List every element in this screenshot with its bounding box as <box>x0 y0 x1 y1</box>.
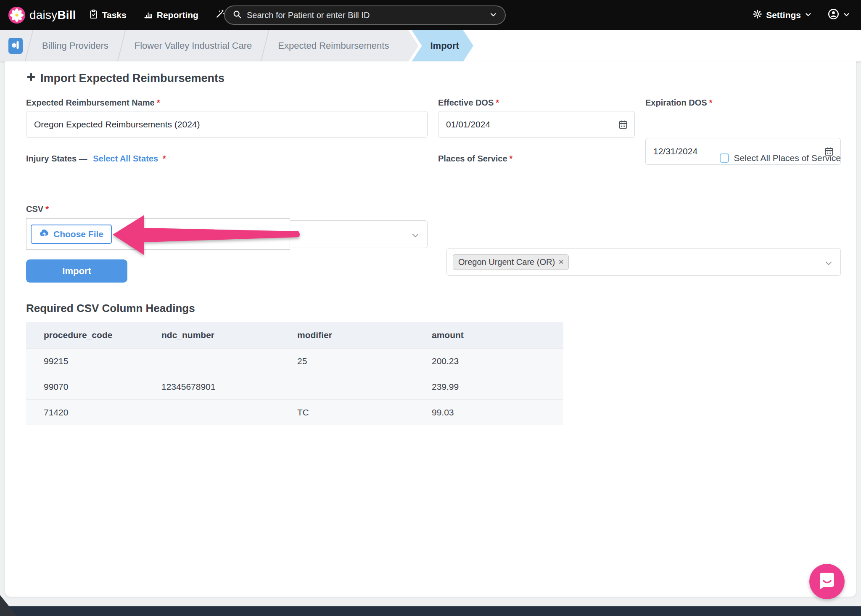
remove-tag-icon[interactable]: × <box>559 257 563 267</box>
chat-launcher-button[interactable] <box>809 564 845 599</box>
breadcrumb: ✱ Billing Providers Flower Valley Indust… <box>0 30 861 61</box>
chevron-down-icon <box>824 259 833 269</box>
bottom-bar <box>0 606 861 616</box>
nav-reporting[interactable]: Reporting <box>143 9 198 21</box>
import-form-card: Import Expected Reimbursements Expected … <box>5 61 856 597</box>
choose-file-button[interactable]: Choose File <box>31 225 112 244</box>
col-amount: amount <box>414 322 563 348</box>
places-of-service-label: Places of Service* <box>438 154 512 164</box>
search-icon <box>232 10 242 21</box>
breadcrumb-flower-valley[interactable]: Flower Valley Industrial Care <box>122 40 265 51</box>
breadcrumb-import-active: Import <box>412 30 473 61</box>
select-all-places-checkbox[interactable] <box>720 153 729 163</box>
reimbursement-name-input[interactable] <box>26 111 428 138</box>
nav-right: Settings <box>753 0 850 30</box>
csv-example-table: procedure_code ndc_number modifier amoun… <box>26 322 563 425</box>
injury-states-label: Injury States — Select All States * <box>26 154 166 164</box>
name-label: Expected Reimbursement Name* <box>26 98 160 108</box>
magic-wand-icon <box>215 9 225 21</box>
table-row: 99215 25 200.23 <box>26 348 563 374</box>
table-row: 71420 TC 99.03 <box>26 399 563 425</box>
nav-tasks[interactable]: Tasks <box>89 9 127 21</box>
nav-account[interactable] <box>828 8 850 22</box>
search-input[interactable] <box>247 11 489 20</box>
page-title: Import Expected Reimbursements <box>26 72 224 85</box>
select-all-states-link[interactable]: Select All States <box>93 154 158 163</box>
plus-icon <box>26 72 36 85</box>
places-of-service-select[interactable]: Oregon Urgent Care (OR) × <box>446 248 841 276</box>
nav-settings[interactable]: Settings <box>753 9 812 21</box>
user-circle-icon <box>828 8 839 22</box>
table-row: 99070 12345678901 239.99 <box>26 374 563 399</box>
col-ndc-number: ndc_number <box>144 322 280 348</box>
calendar-icon[interactable] <box>618 119 628 131</box>
select-all-places-row: Select All Places of Service <box>720 153 841 163</box>
home-asterisk-icon: ✱ <box>11 40 20 52</box>
chevron-down-icon <box>805 10 812 20</box>
col-modifier: modifier <box>280 322 414 348</box>
brand-name: daisyBill <box>29 8 76 22</box>
effective-dos-input[interactable] <box>438 111 635 138</box>
chevron-down-icon[interactable] <box>489 11 497 20</box>
select-all-places-label: Select All Places of Service <box>734 153 841 163</box>
bar-chart-icon <box>143 9 153 21</box>
cloud-upload-icon <box>39 228 49 241</box>
chat-bubble-icon <box>818 571 836 592</box>
breadcrumb-billing-providers[interactable]: Billing Providers <box>29 40 121 51</box>
csv-dropzone[interactable]: Choose File <box>26 218 290 250</box>
breadcrumb-expected-reimbursements[interactable]: Expected Reimbursements <box>265 40 401 51</box>
chevron-down-icon <box>411 231 420 241</box>
csv-label: CSV* <box>26 204 49 214</box>
chevron-down-icon <box>843 10 850 20</box>
global-search[interactable] <box>224 5 506 25</box>
daisy-flower-icon <box>8 7 25 24</box>
col-procedure-code: procedure_code <box>26 322 144 348</box>
effective-dos-label: Effective DOS* <box>438 98 499 108</box>
csv-headings-title: Required CSV Column Headings <box>26 302 195 315</box>
table-header-row: procedure_code ndc_number modifier amoun… <box>26 322 563 348</box>
daisybill-logo[interactable]: daisyBill <box>8 7 76 24</box>
nav-reporting-label: Reporting <box>157 10 198 20</box>
nav-settings-label: Settings <box>766 10 801 20</box>
top-navbar: daisyBill Tasks Reporting <box>0 0 861 30</box>
expiration-dos-label: Expiration DOS* <box>645 98 713 108</box>
gear-icon <box>753 9 762 21</box>
nav-tasks-label: Tasks <box>102 10 127 20</box>
import-button[interactable]: Import <box>26 259 127 283</box>
clipboard-check-icon <box>89 9 98 21</box>
breadcrumb-home[interactable]: ✱ <box>8 38 23 54</box>
breadcrumb-strip: ✱ Billing Providers Flower Valley Indust… <box>0 30 418 61</box>
svg-text:✱: ✱ <box>11 42 17 49</box>
place-of-service-tag: Oregon Urgent Care (OR) × <box>453 254 569 270</box>
corner-fold <box>0 595 17 616</box>
